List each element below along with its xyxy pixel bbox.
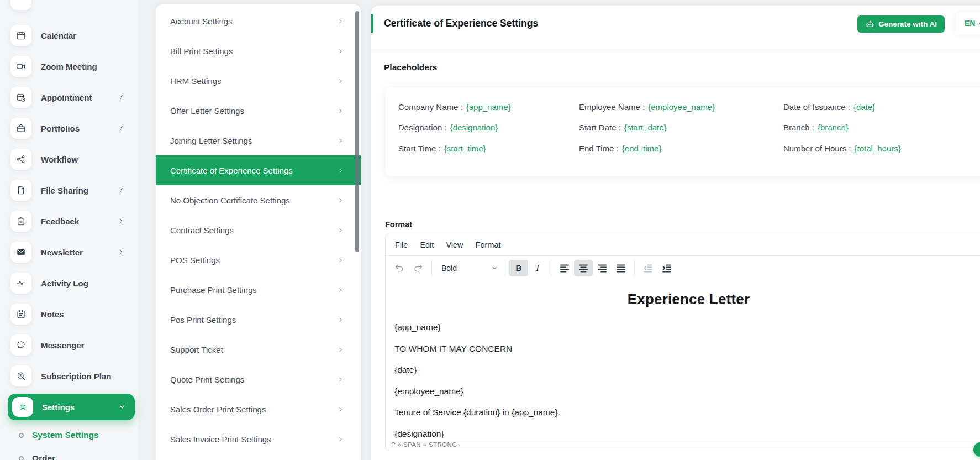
letter-paragraph: {employee_name} [394, 386, 980, 396]
settings-nav-support-ticket[interactable]: Support Ticket [156, 334, 361, 364]
chevron-right-icon [337, 406, 344, 413]
chevron-right-icon [337, 227, 344, 234]
toolbar-divider [505, 260, 505, 276]
placeholder-item: Employee Name :{employee_name} [579, 101, 715, 113]
chevron-right-icon [337, 137, 344, 144]
settings-nav-offer-letter[interactable]: Offer Letter Settings [156, 96, 361, 126]
header-divider [371, 50, 980, 50]
settings-nav-pos-print[interactable]: Pos Print Settings [156, 305, 361, 334]
editor-menubar: File Edit View Format [386, 234, 980, 255]
chevron-right-icon [337, 197, 344, 204]
sidebar-item-label: Settings [42, 402, 75, 412]
sidebar-item-label: Messenger [41, 341, 84, 350]
settings-nav-quote-print[interactable]: Quote Print Settings [156, 364, 361, 394]
sidebar-item-appointment[interactable]: Appointment [0, 82, 138, 113]
outdent-icon [643, 263, 653, 273]
sidebar-item-notes[interactable]: Notes [0, 299, 138, 330]
format-style-select[interactable]: Bold [436, 260, 501, 276]
envelope-icon [10, 242, 31, 263]
activity-pulse-icon [10, 273, 31, 294]
settings-nav-pos[interactable]: POS Settings [156, 245, 361, 275]
settings-nav-sales-invoice-print[interactable]: Sales Invoice Print Settings [156, 424, 361, 454]
align-center-button[interactable] [574, 260, 593, 276]
editor-statusbar: P » SPAN » STRONG [386, 438, 980, 451]
bullet-icon [19, 456, 24, 460]
italic-button[interactable]: I [528, 260, 547, 276]
redo-button[interactable] [409, 260, 428, 276]
sidebar-item-label: Subscription Plan [41, 372, 112, 381]
share-nodes-icon [10, 149, 31, 170]
menu-format[interactable]: Format [470, 237, 507, 253]
letter-heading: Experience Letter [394, 291, 980, 307]
bold-button[interactable]: B [509, 260, 528, 276]
sidebar-item-activity-log[interactable]: Activity Log [0, 268, 138, 299]
chevron-right-icon [117, 248, 125, 256]
settings-nav-hrm[interactable]: HRM Settings [156, 66, 361, 96]
element-path: P » SPAN » STRONG [391, 441, 457, 448]
sidebar-item-newsletter[interactable]: Newsletter [0, 237, 138, 268]
sidebar-item-settings[interactable]: Settings [8, 394, 135, 420]
placeholder-item: Number of Hours :{total_hours} [783, 142, 901, 154]
sidebar-item-zoom-meeting[interactable]: Zoom Meeting [0, 51, 138, 82]
calendar-clock-icon [10, 87, 31, 108]
chevron-right-icon [337, 286, 344, 294]
chevron-right-icon [337, 436, 344, 443]
settings-nav-certificate-of-experience[interactable]: Certificate of Experience Settings [156, 155, 361, 185]
file-icon [10, 180, 31, 201]
notebook-icon [10, 304, 31, 325]
chevron-right-icon [337, 316, 344, 323]
sidebar-item-file-sharing[interactable]: File Sharing [0, 175, 138, 206]
align-right-icon [597, 263, 607, 273]
letter-paragraph: {app_name} [394, 322, 980, 332]
editor-content-area[interactable]: Experience Letter {app_name} TO WHOM IT … [386, 280, 980, 438]
chevron-right-icon [337, 107, 344, 114]
language-selector[interactable]: EN [956, 12, 980, 34]
menu-view[interactable]: View [440, 237, 469, 253]
placeholder-item: Company Name :{app_name} [398, 101, 511, 113]
align-left-button[interactable] [555, 260, 574, 276]
settings-nav-purchase-print[interactable]: Purchase Print Settings [156, 275, 361, 305]
search-dollar-icon: $ [10, 365, 31, 386]
generate-with-ai-button[interactable]: Generate with AI [857, 15, 945, 33]
placeholders-heading: Placeholders [384, 62, 438, 72]
clipped-menu-icon [10, 0, 31, 10]
sidebar-item-label: Appointment [41, 93, 92, 102]
settings-nav-no-objection-certificate[interactable]: No Objection Certificate Settings [156, 185, 361, 215]
bullet-icon [19, 433, 24, 438]
settings-nav-bill-print[interactable]: Bill Print Settings [156, 36, 361, 66]
briefcase-icon [10, 118, 31, 139]
align-right-button[interactable] [593, 260, 612, 276]
menu-file[interactable]: File [389, 237, 414, 253]
outdent-button[interactable] [639, 260, 657, 276]
placeholder-item: Date of Issuance :{date} [783, 101, 875, 113]
sidebar-subitem-system-settings[interactable]: System Settings [0, 427, 138, 443]
placeholder-item: Branch :{branch} [783, 121, 849, 133]
main-content-card: Certificate of Experience Settings Gener… [371, 6, 980, 460]
settings-panel-scrollbar[interactable] [355, 11, 359, 252]
menu-edit[interactable]: Edit [414, 237, 440, 253]
sidebar-item-label: Calendar [41, 31, 76, 40]
bold-icon: B [516, 263, 522, 273]
settings-nav-account[interactable]: Account Settings [156, 6, 361, 36]
sidebar-item-messenger[interactable]: Messenger [0, 330, 138, 360]
settings-nav-contract[interactable]: Contract Settings [156, 215, 361, 245]
sidebar-item-portfolios[interactable]: Portfolios [0, 113, 138, 144]
chevron-right-icon [117, 124, 125, 132]
sidebar-item-subscription-plan[interactable]: $ Subscription Plan [0, 360, 138, 391]
sidebar-subitem-order[interactable]: Order [0, 451, 138, 460]
sidebar-item-label: Activity Log [41, 279, 88, 288]
align-left-icon [560, 263, 570, 273]
chevron-right-icon [117, 186, 125, 194]
chevron-right-icon [337, 18, 344, 25]
align-justify-button[interactable] [612, 260, 630, 276]
chevron-right-icon [337, 167, 344, 174]
placeholders-card: Company Name :{app_name} Designation :{d… [386, 87, 980, 176]
indent-icon [662, 263, 672, 273]
sidebar-item-calendar[interactable]: Calendar [0, 20, 138, 51]
sidebar-item-workflow[interactable]: Workflow [0, 144, 138, 175]
settings-nav-sales-order-print[interactable]: Sales Order Print Settings [156, 394, 361, 424]
sidebar-item-feedback[interactable]: Feedback [0, 206, 138, 237]
settings-nav-joining-letter[interactable]: Joining Letter Settings [156, 126, 361, 155]
undo-button[interactable] [390, 260, 409, 276]
indent-button[interactable] [657, 260, 676, 276]
